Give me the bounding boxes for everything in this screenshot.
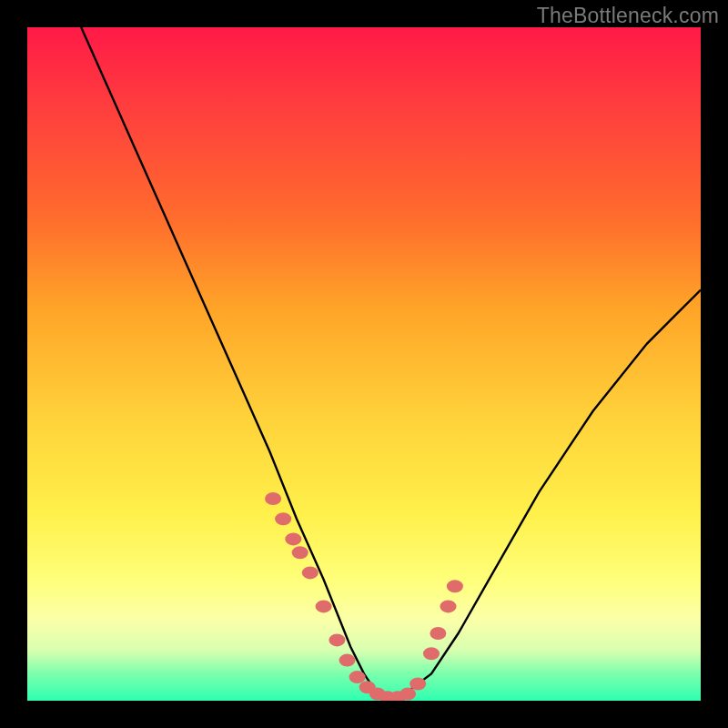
highlight-dot <box>440 600 457 612</box>
highlight-dot <box>275 512 291 525</box>
plot-area <box>27 27 701 701</box>
chart-svg <box>27 27 701 701</box>
highlight-dot <box>329 633 345 646</box>
highlight-dot <box>339 654 356 667</box>
highlight-dot <box>399 688 416 701</box>
highlight-dot <box>410 678 426 691</box>
highlight-dot <box>447 580 463 592</box>
watermark-text: TheBottleneck.com <box>537 4 719 28</box>
highlight-dot <box>265 492 281 505</box>
chart-frame: TheBottleneck.com <box>0 0 728 728</box>
highlight-dot <box>285 532 301 545</box>
highlight-dot <box>423 647 440 660</box>
highlight-dot <box>302 566 318 579</box>
highlight-dot <box>292 546 308 559</box>
highlight-dot <box>349 671 366 683</box>
bottleneck-curve <box>81 27 701 701</box>
highlight-dot <box>316 600 332 612</box>
highlight-dot <box>430 627 446 640</box>
